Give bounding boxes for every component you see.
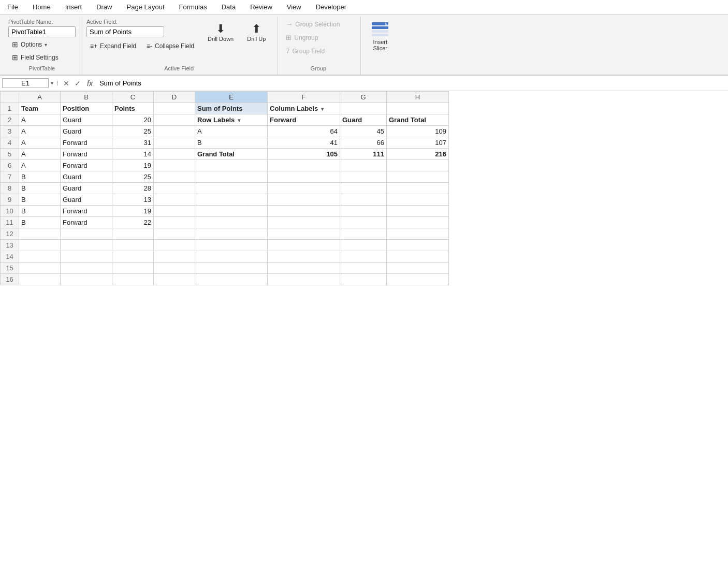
cell-h13[interactable]: [387, 240, 449, 251]
menu-view[interactable]: View: [280, 1, 309, 13]
drill-up-button[interactable]: ⬆ Drill Up: [241, 21, 271, 45]
cell-d8[interactable]: [154, 183, 195, 194]
formula-input[interactable]: [97, 79, 726, 87]
menu-page-layout[interactable]: Page Layout: [120, 1, 172, 13]
cell-h14[interactable]: [387, 251, 449, 263]
cell-f13[interactable]: [268, 240, 340, 251]
cell-e13[interactable]: [195, 240, 268, 251]
cell-c10[interactable]: 19: [112, 206, 154, 217]
cell-b4[interactable]: Forward: [61, 137, 112, 149]
cell-f3[interactable]: 64: [268, 126, 340, 137]
menu-insert[interactable]: Insert: [58, 1, 90, 13]
cell-e14[interactable]: [195, 251, 268, 263]
col-header-g[interactable]: G: [340, 92, 387, 103]
cell-a3[interactable]: A: [19, 126, 61, 137]
cell-a15[interactable]: [19, 263, 61, 274]
cell-e2[interactable]: Row Labels ▼: [195, 114, 268, 126]
cell-g6[interactable]: [340, 160, 387, 171]
cell-b15[interactable]: [61, 263, 112, 274]
cell-f2[interactable]: Forward: [268, 114, 340, 126]
cell-f7[interactable]: [268, 171, 340, 183]
cell-f11[interactable]: [268, 217, 340, 228]
drill-down-button[interactable]: ⬇ Drill Down: [202, 21, 239, 45]
expand-field-button[interactable]: ≡+ Expand Field: [86, 41, 140, 51]
cell-a13[interactable]: [19, 240, 61, 251]
cell-f15[interactable]: [268, 263, 340, 274]
cell-g5[interactable]: 111: [340, 149, 387, 160]
fx-icon[interactable]: fx: [84, 79, 95, 88]
col-header-f[interactable]: F: [268, 92, 340, 103]
cell-c6[interactable]: 19: [112, 160, 154, 171]
cell-e12[interactable]: [195, 228, 268, 240]
cell-b8[interactable]: Guard: [61, 183, 112, 194]
cell-h12[interactable]: [387, 228, 449, 240]
cell-e8[interactable]: [195, 183, 268, 194]
cell-c5[interactable]: 14: [112, 149, 154, 160]
cell-g3[interactable]: 45: [340, 126, 387, 137]
cell-b12[interactable]: [61, 228, 112, 240]
cell-c11[interactable]: 22: [112, 217, 154, 228]
cell-f9[interactable]: [268, 194, 340, 206]
cell-e7[interactable]: [195, 171, 268, 183]
cell-g15[interactable]: [340, 263, 387, 274]
cell-g9[interactable]: [340, 194, 387, 206]
cell-c3[interactable]: 25: [112, 126, 154, 137]
cell-b2[interactable]: Guard: [61, 114, 112, 126]
confirm-formula-icon[interactable]: ✓: [73, 79, 82, 88]
cell-f6[interactable]: [268, 160, 340, 171]
cell-b13[interactable]: [61, 240, 112, 251]
cell-g16[interactable]: [340, 274, 387, 285]
cell-f8[interactable]: [268, 183, 340, 194]
cell-c12[interactable]: [112, 228, 154, 240]
menu-draw[interactable]: Draw: [89, 1, 119, 13]
cell-c14[interactable]: [112, 251, 154, 263]
cell-a12[interactable]: [19, 228, 61, 240]
cell-c2[interactable]: 20: [112, 114, 154, 126]
cell-b16[interactable]: [61, 274, 112, 285]
menu-developer[interactable]: Developer: [309, 1, 354, 13]
cell-d6[interactable]: [154, 160, 195, 171]
cell-g13[interactable]: [340, 240, 387, 251]
cell-a10[interactable]: B: [19, 206, 61, 217]
cell-d14[interactable]: [154, 251, 195, 263]
cell-d3[interactable]: [154, 126, 195, 137]
cell-c7[interactable]: 25: [112, 171, 154, 183]
col-labels-dropdown-icon[interactable]: ▼: [320, 106, 325, 112]
col-header-d[interactable]: D: [154, 92, 195, 103]
cell-d12[interactable]: [154, 228, 195, 240]
cell-b11[interactable]: Forward: [61, 217, 112, 228]
cell-c15[interactable]: [112, 263, 154, 274]
cell-f1[interactable]: Column Labels ▼: [268, 103, 340, 114]
cell-e10[interactable]: [195, 206, 268, 217]
cell-f12[interactable]: [268, 228, 340, 240]
cell-a4[interactable]: A: [19, 137, 61, 149]
cell-e1[interactable]: Sum of Points: [195, 103, 268, 114]
cell-c4[interactable]: 31: [112, 137, 154, 149]
cell-b1[interactable]: Position: [61, 103, 112, 114]
cell-c1[interactable]: Points: [112, 103, 154, 114]
menu-review[interactable]: Review: [243, 1, 280, 13]
col-header-e[interactable]: E: [195, 92, 268, 103]
cell-b9[interactable]: Guard: [61, 194, 112, 206]
group-selection-button[interactable]: → Group Selection: [282, 19, 343, 30]
menu-home[interactable]: Home: [25, 1, 58, 13]
col-header-c[interactable]: C: [112, 92, 154, 103]
cell-h10[interactable]: [387, 206, 449, 217]
cell-e9[interactable]: [195, 194, 268, 206]
cell-f14[interactable]: [268, 251, 340, 263]
cell-f5[interactable]: 105: [268, 149, 340, 160]
options-button[interactable]: ⊞ Options ▾: [8, 39, 51, 50]
cell-a2[interactable]: A: [19, 114, 61, 126]
cell-e15[interactable]: [195, 263, 268, 274]
cell-a7[interactable]: B: [19, 171, 61, 183]
cell-c16[interactable]: [112, 274, 154, 285]
active-field-input[interactable]: [86, 26, 164, 37]
cell-d2[interactable]: [154, 114, 195, 126]
cell-d13[interactable]: [154, 240, 195, 251]
insert-slicer-button[interactable]: InsertSlicer: [365, 19, 395, 54]
cell-a8[interactable]: B: [19, 183, 61, 194]
cell-h16[interactable]: [387, 274, 449, 285]
cell-b7[interactable]: Guard: [61, 171, 112, 183]
cell-g7[interactable]: [340, 171, 387, 183]
cell-e5[interactable]: Grand Total: [195, 149, 268, 160]
